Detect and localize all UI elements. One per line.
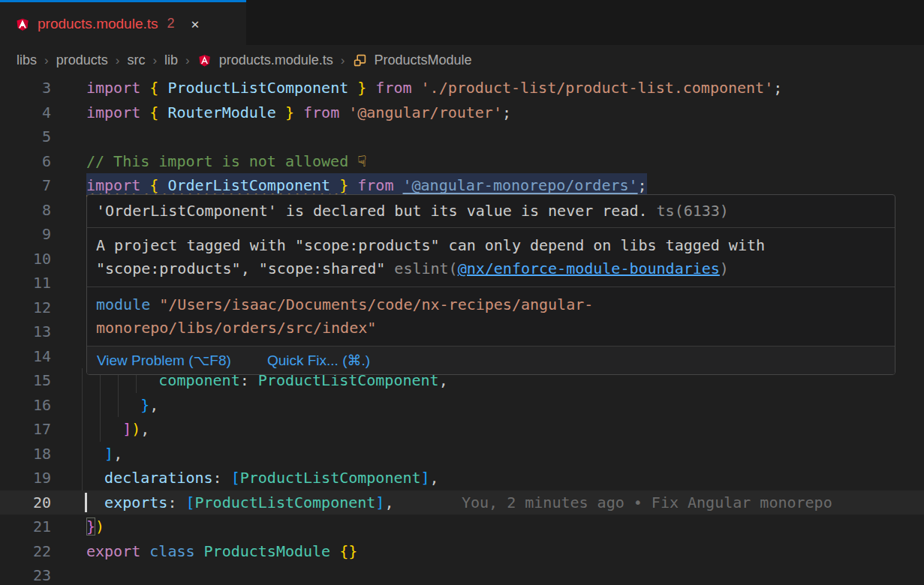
code-line[interactable]: 17 ]), <box>0 417 924 442</box>
code-token: from <box>303 104 339 122</box>
breadcrumb-item-lib[interactable]: lib <box>164 52 178 68</box>
line-number: 16 <box>0 393 51 418</box>
line-number: 8 <box>0 198 51 223</box>
code-token: } <box>357 79 366 97</box>
code-token: ] <box>122 420 131 438</box>
code-token <box>348 176 357 194</box>
line-number: 14 <box>0 344 51 369</box>
bracket-match: } <box>86 518 95 536</box>
ts-error-code: ts(6133) <box>648 202 729 220</box>
module-path-line1: module "/Users/isaac/Documents/code/nx-r… <box>96 293 886 316</box>
error-squiggle: import <box>86 176 140 194</box>
line-number: 17 <box>0 417 51 442</box>
code-token: ] <box>375 494 384 512</box>
line-number: 5 <box>0 124 51 149</box>
code-token <box>86 420 122 438</box>
code-token: // This import is not allowed <box>86 152 357 170</box>
breadcrumb: libs › products › src › lib › products.m… <box>0 45 924 76</box>
code-token: OrderListComponent <box>167 176 330 194</box>
indent-guide <box>100 417 101 442</box>
code-token <box>140 79 149 97</box>
hover-ts-message: 'OrderListComponent' is declared but its… <box>87 195 895 227</box>
code-token: ☟ <box>357 152 366 170</box>
code-line[interactable]: 21}) <box>0 514 924 539</box>
chevron-right-icon: › <box>340 53 346 68</box>
code-token: './product-list/product-list.component' <box>421 79 774 97</box>
code-token: [ <box>185 494 194 512</box>
code-token: ProductListComponent <box>167 79 348 97</box>
code-content: exports: [ProductListComponent],You, 2 m… <box>86 490 393 515</box>
code-token <box>176 494 185 512</box>
code-token: import <box>86 176 140 194</box>
code-token <box>294 104 303 122</box>
code-token: ; <box>773 79 782 97</box>
breadcrumb-item-file[interactable]: products.module.ts <box>219 52 333 68</box>
indent-guide <box>118 393 119 418</box>
vscode-window: { "tab": { "title": "products.module.ts"… <box>0 0 924 585</box>
code-content: ]), <box>86 417 149 442</box>
code-line[interactable]: 18 ], <box>0 442 924 466</box>
code-token <box>195 542 204 560</box>
code-line[interactable]: 5 <box>0 124 924 149</box>
code-token <box>348 79 357 97</box>
chevron-right-icon: › <box>185 53 191 68</box>
quick-fix-link[interactable]: Quick Fix... (⌘.) <box>267 350 370 370</box>
git-blame-annotation: You, 2 minutes ago • Fix Angular monorep… <box>462 490 832 515</box>
code-token: declarations <box>104 469 213 487</box>
text-cursor <box>85 493 87 512</box>
indent-guide <box>82 466 83 490</box>
code-line[interactable]: 22export class ProductsModule {} <box>0 539 924 564</box>
code-token: exports <box>104 494 167 512</box>
code-token: ProductListComponent <box>195 494 376 512</box>
code-content: }) <box>86 514 104 539</box>
error-squiggle: ; <box>638 176 647 194</box>
line-number: 15 <box>0 368 51 393</box>
code-line[interactable]: 6// This import is not allowed ☟ <box>0 149 924 174</box>
eslint-text: "scope:products", "scope:shared" <box>96 260 394 278</box>
breadcrumb-item-symbol[interactable]: ProductsModule <box>375 52 472 68</box>
tab-products-module[interactable]: products.module.ts 2 ✕ <box>0 0 246 45</box>
code-token <box>276 104 285 122</box>
code-line[interactable]: 19 declarations: [ProductListComponent], <box>0 466 924 490</box>
code-token: } <box>140 396 149 414</box>
code-token: ] <box>104 445 113 463</box>
code-token: ; <box>502 104 511 122</box>
view-problem-link[interactable]: View Problem (⌥F8) <box>97 350 231 370</box>
indent-guide <box>82 417 83 442</box>
line-number: 20 <box>0 490 51 515</box>
code-token: import <box>86 104 140 122</box>
breadcrumb-item-products[interactable]: products <box>56 52 108 68</box>
close-icon[interactable]: ✕ <box>191 16 200 32</box>
code-token: ) <box>95 518 104 536</box>
angular-icon <box>197 53 212 68</box>
chevron-right-icon: › <box>152 53 158 68</box>
code-token <box>158 176 167 194</box>
code-content: }, <box>86 393 158 418</box>
hover-statusbar: View Problem (⌥F8) Quick Fix... (⌘.) <box>87 346 895 374</box>
hover-eslint-message: A project tagged with "scope:products" c… <box>87 227 895 286</box>
breadcrumb-item-src[interactable]: src <box>127 52 145 68</box>
code-token: , <box>430 469 439 487</box>
code-content: import { RouterModule } from '@angular/r… <box>86 100 511 125</box>
code-line[interactable]: 20 exports: [ProductListComponent],You, … <box>0 490 924 515</box>
error-squiggle <box>330 176 339 194</box>
code-token: , <box>149 396 158 414</box>
code-token: import <box>86 79 140 97</box>
code-line[interactable]: 16 }, <box>0 393 924 418</box>
code-line[interactable]: 4import { RouterModule } from '@angular/… <box>0 100 924 125</box>
error-squiggle: { <box>149 176 158 194</box>
class-symbol-icon <box>353 53 368 68</box>
code-line[interactable]: 23 <box>0 563 924 585</box>
eslint-rule-link[interactable]: @nx/enforce-module-boundaries <box>458 260 720 278</box>
code-line[interactable]: 3import { ProductListComponent } from '.… <box>0 76 924 100</box>
indent-guide <box>82 393 83 418</box>
warning-squiggle: OrderListComponent <box>167 176 330 194</box>
module-path-line2: monorepo/libs/orders/src/index" <box>96 316 886 340</box>
eslint-message-line1: A project tagged with "scope:products" c… <box>96 234 886 257</box>
eslint-source-close: ) <box>720 260 729 278</box>
code-token <box>140 104 149 122</box>
code-token: from <box>357 176 393 194</box>
breadcrumb-item-libs[interactable]: libs <box>17 52 37 68</box>
code-token <box>412 79 421 97</box>
module-link[interactable]: '@angular-monorepo/orders' <box>403 176 638 194</box>
